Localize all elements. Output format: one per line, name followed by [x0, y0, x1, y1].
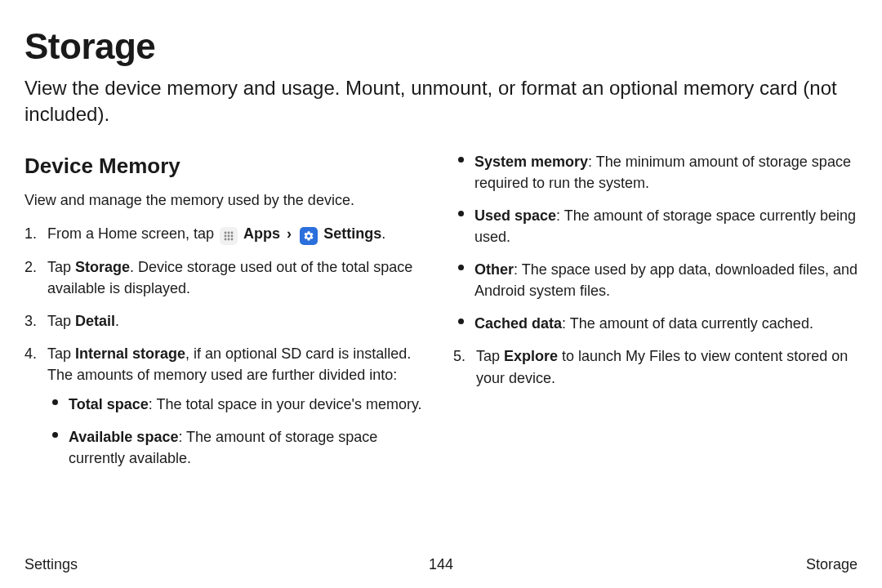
bullets-left: Total space: The total space in your dev… — [47, 394, 429, 469]
bullet-total-space-bold: Total space — [69, 396, 149, 412]
step-2-bold: Storage — [75, 259, 130, 275]
bullet-used-space-bold: Used space — [474, 207, 556, 224]
apps-icon — [220, 227, 238, 245]
step-2: Tap Storage. Device storage used out of … — [24, 256, 429, 299]
bullet-total-space: Total space: The total space in your dev… — [47, 394, 429, 415]
step-2-a: Tap — [47, 259, 75, 275]
step-5: Tap Explore to launch My Files to view c… — [453, 345, 858, 388]
bullet-cached-data: Cached data: The amount of data currentl… — [453, 313, 858, 334]
step-1-prefix: From a Home screen, tap — [47, 225, 218, 242]
settings-label: Settings — [323, 225, 381, 242]
apps-label: Apps — [243, 225, 280, 242]
caret-icon: › — [287, 223, 292, 244]
bullet-cached-data-rest: : The amount of data currently cached. — [562, 315, 813, 332]
bullet-cached-data-bold: Cached data — [474, 315, 562, 332]
step-3-a: Tap — [47, 313, 75, 329]
step-5-bold: Explore — [504, 348, 558, 364]
page-intro: View the device memory and usage. Mount,… — [24, 75, 858, 128]
footer-page-number: 144 — [429, 556, 453, 573]
step-3-b: . — [115, 313, 119, 329]
svg-point-6 — [225, 238, 227, 240]
footer-right: Storage — [806, 556, 858, 573]
section-heading: Device Memory — [24, 151, 429, 182]
bullet-other-rest: : The space used by app data, downloaded… — [474, 261, 858, 299]
step-4: Tap Internal storage, if an optional SD … — [24, 343, 429, 469]
steps-list: From a Home screen, tap Apps › Settings. — [24, 223, 429, 470]
bullet-other: Other: The space used by app data, downl… — [453, 259, 858, 301]
svg-point-7 — [228, 238, 230, 240]
svg-point-5 — [231, 234, 234, 237]
svg-point-8 — [231, 238, 234, 240]
svg-point-3 — [225, 234, 227, 237]
bullet-total-space-rest: : The total space in your device's memor… — [149, 396, 422, 412]
left-column: Device Memory View and manage the memory… — [24, 151, 429, 481]
step-1-suffix: . — [381, 225, 385, 242]
svg-point-1 — [228, 231, 230, 234]
right-column: System memory: The minimum amount of sto… — [453, 151, 858, 481]
content-columns: Device Memory View and manage the memory… — [24, 151, 858, 481]
footer-left: Settings — [24, 556, 78, 573]
bullet-system-memory-bold: System memory — [474, 154, 588, 170]
bullet-used-space: Used space: The amount of storage space … — [453, 205, 858, 247]
bullet-other-bold: Other — [474, 261, 514, 278]
bullet-available-space: Available space: The amount of storage s… — [47, 426, 429, 469]
bullet-system-memory: System memory: The minimum amount of sto… — [453, 151, 858, 194]
settings-icon — [300, 227, 318, 245]
bullet-available-space-bold: Available space — [69, 429, 178, 445]
svg-point-2 — [231, 231, 234, 234]
bullets-right: System memory: The minimum amount of sto… — [453, 151, 858, 335]
step-3-bold: Detail — [75, 313, 115, 329]
step-3: Tap Detail. — [24, 310, 429, 332]
step-4-bold: Internal storage — [75, 345, 185, 362]
svg-point-0 — [225, 231, 227, 234]
page-title: Storage — [24, 26, 858, 67]
page-footer: Settings 144 Storage — [24, 556, 858, 573]
step-1: From a Home screen, tap Apps › Settings. — [24, 223, 429, 245]
section-subintro: View and manage the memory used by the d… — [24, 189, 429, 211]
step-4-a: Tap — [47, 345, 75, 362]
svg-point-4 — [228, 234, 230, 237]
step-5-a: Tap — [476, 348, 504, 364]
steps-list-continued: Tap Explore to launch My Files to view c… — [453, 345, 858, 388]
